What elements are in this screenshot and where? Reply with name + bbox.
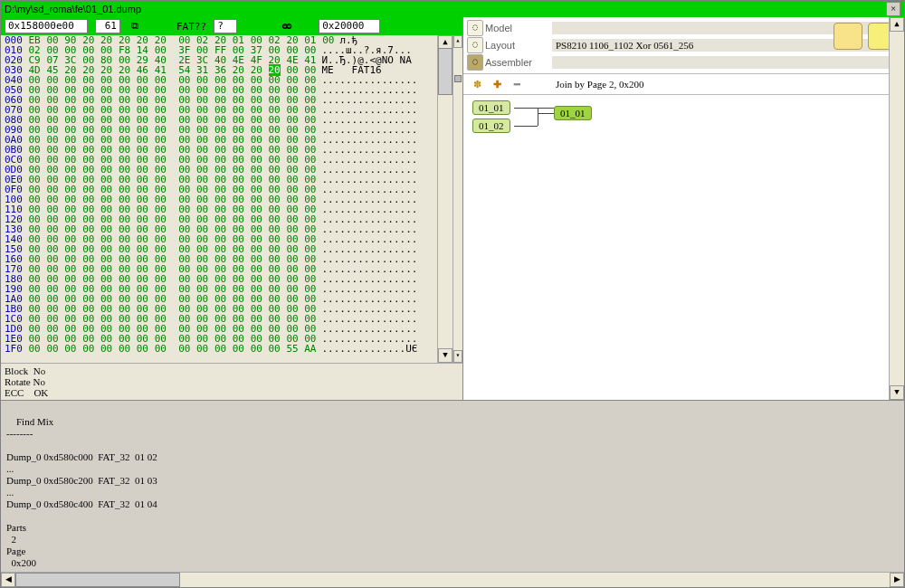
- assembler-bar: ✽ ✚ ━ Join by Page 2, 0x200: [463, 74, 904, 95]
- prop-icon[interactable]: ◌: [467, 54, 483, 71]
- add-icon[interactable]: ✚: [491, 78, 503, 90]
- prop-name: Model: [485, 23, 552, 33]
- scroll-down-icon[interactable]: ▼: [438, 348, 452, 363]
- prop-name: Assembler: [485, 57, 552, 68]
- offset-field[interactable]: 0x158000e00: [5, 19, 88, 33]
- log-hscrollbar[interactable]: ◀ ▶: [1, 572, 904, 587]
- graph-edge: [538, 108, 538, 126]
- folder-icon[interactable]: [834, 23, 862, 50]
- assembler-text: Join by Page 2, 0x200: [556, 79, 643, 90]
- scroll-down-icon[interactable]: ▼: [890, 385, 904, 400]
- scroll-left-icon[interactable]: ◀: [1, 573, 15, 587]
- titlebar[interactable]: D:\my\sd_roma\fe\01_01.dump ×: [1, 1, 904, 17]
- assembler-scrollbar[interactable]: ▲ ▼: [889, 17, 904, 400]
- hex-toolbar: 0x158000e00 61 ⧉ FAT?? ? ʘʘ 0x20000: [1, 17, 462, 35]
- assembler-graph[interactable]: 01_01 01_02 01_01: [463, 95, 904, 400]
- window-title: D:\my\sd_roma\fe\01_01.dump: [5, 1, 886, 17]
- hex-row[interactable]: 1F0 00 00 00 00 00 00 00 00 00 00 00 00 …: [1, 344, 437, 354]
- graph-node[interactable]: 01_01: [472, 100, 510, 115]
- prop-name: Layout: [485, 40, 552, 51]
- byte-value-field[interactable]: 61: [95, 19, 120, 33]
- find-label: FAT??: [176, 21, 206, 33]
- prop-icon[interactable]: ◌: [467, 20, 483, 36]
- log-text: Find Mix -------- Dump_0 0xd580c000 FAT_…: [6, 416, 157, 587]
- remove-icon[interactable]: ━: [510, 78, 523, 90]
- aux-scrollbar[interactable]: ▴ ▾: [452, 35, 462, 363]
- scroll-right-icon[interactable]: ▶: [890, 573, 904, 587]
- wand-icon[interactable]: ✽: [471, 78, 483, 90]
- scroll-thumb[interactable]: [438, 48, 452, 95]
- hex-status: Block No Rotate No ECC OK: [1, 363, 462, 400]
- close-icon[interactable]: ×: [886, 2, 900, 16]
- aux-scroll-up-icon[interactable]: ▴: [453, 35, 462, 48]
- prop-value[interactable]: [552, 56, 900, 69]
- aux-scroll-thumb[interactable]: [454, 75, 462, 82]
- aux-scroll-down-icon[interactable]: ▾: [453, 350, 462, 363]
- hex-pane: 0x158000e00 61 ⧉ FAT?? ? ʘʘ 0x20000 000 …: [1, 17, 463, 400]
- hex-dump[interactable]: 000 EB 00 90 20 20 20 20 20 00 02 20 01 …: [1, 35, 437, 363]
- goto-field[interactable]: 0x20000: [319, 19, 380, 33]
- find-value-field[interactable]: ?: [214, 19, 237, 33]
- prop-icon[interactable]: ◌: [467, 37, 483, 53]
- copy-icon[interactable]: ⧉: [128, 20, 142, 33]
- graph-edge: [514, 126, 538, 127]
- graph-node-output[interactable]: 01_01: [554, 106, 592, 120]
- log-pane[interactable]: Find Mix -------- Dump_0 0xd580c000 FAT_…: [1, 400, 904, 587]
- scroll-thumb[interactable]: [15, 573, 180, 587]
- binoculars-icon[interactable]: ʘʘ: [279, 20, 293, 33]
- graph-edge: [538, 113, 554, 114]
- main-window: D:\my\sd_roma\fe\01_01.dump × 0x158000e0…: [0, 0, 905, 588]
- scroll-up-icon[interactable]: ▲: [890, 17, 904, 32]
- graph-edge: [514, 108, 554, 109]
- graph-node[interactable]: 01_02: [472, 119, 510, 133]
- assembler-pane: ◌Model◌LayoutPS8210 1106_1102 Xor 0561_2…: [463, 17, 904, 400]
- hex-scrollbar[interactable]: ▲ ▼: [437, 35, 452, 363]
